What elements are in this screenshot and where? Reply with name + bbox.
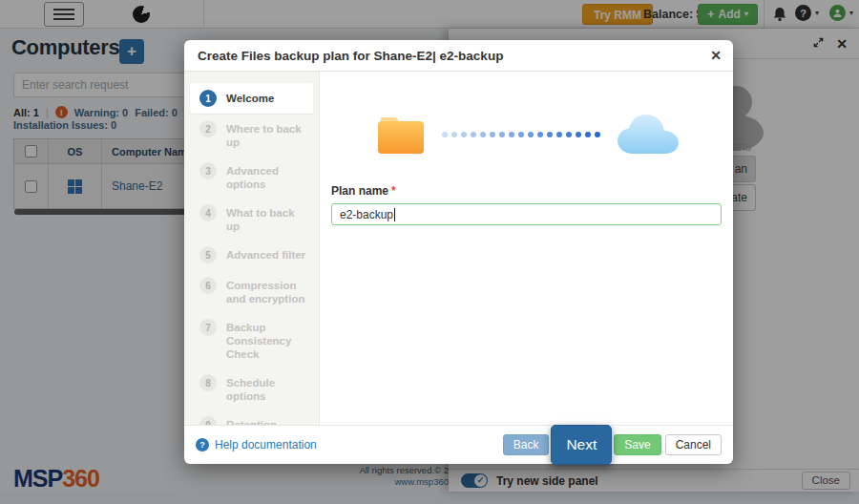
step-label: Compression and encryption — [226, 277, 309, 305]
step-label: What to back up — [226, 204, 309, 233]
step-number-badge: 9 — [199, 416, 217, 425]
wizard-step-advanced-options[interactable]: 3Advanced options — [190, 156, 313, 198]
close-icon[interactable]: ✕ — [710, 48, 722, 63]
transfer-dot — [566, 132, 572, 137]
step-label: Advanced options — [226, 162, 309, 191]
step-label: Advanced filter — [226, 246, 305, 262]
wizard-buttons: Back Next Save Cancel — [503, 425, 722, 465]
step-number-badge: 4 — [199, 204, 217, 221]
transfer-dot — [480, 132, 486, 137]
transfer-dots — [442, 132, 600, 137]
modal-title: Create Files backup plan for Shane-E2| e… — [198, 49, 503, 63]
modal-header: Create Files backup plan for Shane-E2| e… — [184, 40, 733, 72]
back-button[interactable]: Back — [503, 434, 550, 455]
wizard-step-welcome[interactable]: 1Welcome — [190, 83, 313, 114]
wizard-step-backup-consistency-check[interactable]: 7Backup Consistency Check — [190, 312, 313, 368]
transfer-dot — [442, 132, 448, 137]
transfer-dot — [518, 132, 524, 137]
backup-wizard-modal: Create Files backup plan for Shane-E2| e… — [184, 40, 733, 464]
plan-name-label: Plan name* — [331, 184, 722, 198]
wizard-step-schedule-options[interactable]: 8Schedule options — [190, 368, 313, 410]
required-asterisk: * — [391, 184, 396, 198]
wizard-step-advanced-filter[interactable]: 5Advanced filter — [190, 240, 313, 270]
folder-icon — [375, 112, 427, 158]
transfer-dot — [471, 132, 476, 137]
plan-name-value: e2-backup — [340, 208, 393, 221]
save-button[interactable]: Save — [614, 434, 660, 455]
transfer-dot — [528, 132, 534, 137]
modal-body: 1Welcome2Where to back up3Advanced optio… — [184, 72, 733, 425]
help-documentation-link[interactable]: ? Help documentation — [196, 438, 317, 452]
step-label: Backup Consistency Check — [226, 319, 309, 361]
step-number-badge: 8 — [199, 374, 217, 391]
step-number-badge: 3 — [199, 162, 217, 179]
screen: Try RMM Balance: $0 + Add ▾ ? ▾ ▾ Comput… — [0, 0, 859, 504]
transfer-dot — [490, 132, 495, 137]
next-button[interactable]: Next — [551, 425, 612, 465]
transfer-dot — [576, 132, 581, 137]
wizard-step-retention-policy[interactable]: 9Retention policy — [190, 410, 313, 425]
step-number-badge: 1 — [199, 90, 217, 107]
transfer-dot — [537, 132, 543, 137]
help-icon: ? — [196, 438, 209, 452]
transfer-dot — [509, 132, 514, 137]
plan-name-input[interactable]: e2-backup — [331, 203, 722, 225]
transfer-dot — [585, 132, 591, 137]
transfer-dot — [547, 132, 553, 137]
transfer-dot — [499, 132, 505, 137]
backup-graphic — [375, 106, 722, 163]
wizard-step-compression-and-encryption[interactable]: 6Compression and encryption — [190, 270, 313, 312]
step-label: Welcome — [226, 90, 274, 105]
transfer-dot — [461, 132, 467, 137]
help-label: Help documentation — [215, 438, 317, 452]
transfer-dot — [595, 132, 600, 137]
step-number-badge: 6 — [199, 277, 217, 294]
text-cursor — [394, 208, 395, 221]
wizard-step-where-to-back-up[interactable]: 2Where to back up — [190, 114, 313, 156]
transfer-dot — [556, 132, 562, 137]
wizard-steps: 1Welcome2Where to back up3Advanced optio… — [184, 72, 320, 425]
step-label: Where to back up — [226, 120, 309, 149]
modal-footer: ? Help documentation Back Next Save Canc… — [184, 425, 733, 463]
step-label: Retention policy — [226, 416, 309, 425]
step-number-badge: 7 — [199, 319, 217, 336]
plan-name-text: Plan name — [331, 184, 388, 198]
step-label: Schedule options — [226, 374, 309, 403]
step-number-badge: 5 — [199, 246, 217, 263]
cancel-button[interactable]: Cancel — [665, 434, 722, 455]
transfer-dot — [451, 132, 457, 137]
wizard-welcome-panel: Plan name* e2-backup — [320, 72, 733, 425]
cloud-icon — [610, 110, 686, 159]
wizard-step-what-to-back-up[interactable]: 4What to back up — [190, 198, 313, 240]
step-number-badge: 2 — [199, 120, 217, 137]
